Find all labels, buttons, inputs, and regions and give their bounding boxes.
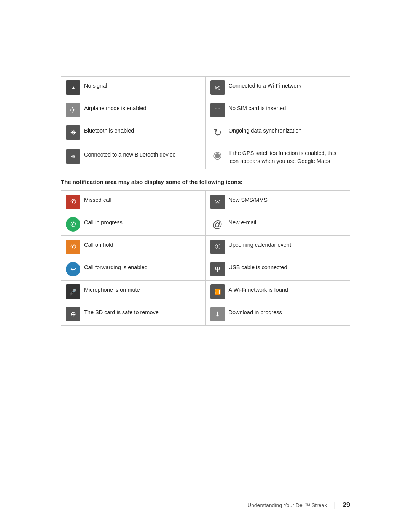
cell-inner: ✆Call on hold	[66, 240, 201, 254]
status-icon: Ψ	[210, 262, 225, 276]
cell-inner: ①Upcoming calendar event	[210, 240, 346, 254]
status-icons-table: ▲No signal((•))Connected to a Wi-Fi netw…	[61, 76, 350, 169]
status-icon: @	[210, 217, 225, 232]
status-icon: ✆	[66, 195, 80, 209]
table-row: ✆Call in progress@New e-mail	[61, 213, 350, 236]
status-icon: ((•))	[210, 80, 225, 95]
cell-inner: ✉New SMS/MMS	[210, 195, 346, 209]
table-row: ↩Call forwarding is enabledΨUSB cable is…	[61, 258, 350, 281]
cell-inner: ↩Call forwarding is enabled	[66, 262, 201, 276]
status-icon: ⬚	[210, 103, 225, 117]
table-row: ❋Bluetooth is enabled↻Ongoing data synch…	[61, 121, 350, 144]
cell-inner: ◉If the GPS satellites function is enabl…	[210, 148, 346, 165]
icon-label: Upcoming calendar event	[229, 240, 291, 249]
icon-label: Call on hold	[84, 240, 113, 249]
status-icon: ✆	[66, 217, 80, 232]
table-row: ✈Airplane mode is enabled⬚No SIM card is…	[61, 99, 350, 121]
table-row: ▲No signal((•))Connected to a Wi-Fi netw…	[61, 77, 350, 99]
status-icon: ❋	[66, 149, 80, 164]
icon-label: No signal	[84, 80, 107, 90]
icon-label: New e-mail	[229, 217, 256, 227]
icon-label: New SMS/MMS	[229, 195, 268, 204]
table-row: ⊕The SD card is safe to remove⬇Download …	[61, 303, 350, 326]
status-icon: ✆	[66, 240, 80, 254]
cell-inner: ⬚No SIM card is inserted	[210, 103, 346, 117]
status-icon: ◉	[210, 148, 225, 162]
icon-label: Download in progress	[229, 307, 282, 316]
status-icon: 🎤	[66, 284, 80, 299]
cell-inner: ✆Missed call	[66, 195, 201, 209]
table-row: ✆Missed call✉New SMS/MMS	[61, 191, 350, 213]
cell-inner: ✆Call in progress	[66, 217, 201, 232]
cell-inner: ⊕The SD card is safe to remove	[66, 307, 201, 321]
cell-inner: ↻Ongoing data synchronization	[210, 125, 346, 140]
cell-inner: @New e-mail	[210, 217, 346, 232]
page-number: 29	[342, 501, 350, 509]
notification-icons-table: ✆Missed call✉New SMS/MMS✆Call in progres…	[61, 190, 350, 326]
status-icon: ❋	[66, 125, 80, 140]
icon-label: Airplane mode is enabled	[84, 103, 147, 112]
icon-label: Missed call	[84, 195, 112, 204]
cell-inner: ⬇Download in progress	[210, 307, 346, 321]
cell-inner: 📶A Wi-Fi network is found	[210, 284, 346, 299]
icon-label: Connected to a new Bluetooth device	[84, 149, 175, 159]
cell-inner: 🎤Microphone is on mute	[66, 284, 201, 299]
status-icon: ⊕	[66, 307, 80, 321]
icon-label: Call forwarding is enabled	[84, 262, 148, 272]
status-icon: ↩	[66, 262, 80, 276]
status-icon: ▲	[66, 80, 80, 95]
status-icon: ✈	[66, 103, 80, 117]
footer-separator: |	[334, 501, 336, 509]
status-icon: ✉	[210, 195, 225, 209]
table-row: ❋Connected to a new Bluetooth device◉If …	[61, 144, 350, 169]
cell-inner: ✈Airplane mode is enabled	[66, 103, 201, 117]
cell-inner: ❋Bluetooth is enabled	[66, 125, 201, 140]
icon-label: USB cable is connected	[229, 262, 287, 272]
status-icon: 📶	[210, 284, 225, 299]
icon-label: A Wi-Fi network is found	[229, 284, 288, 294]
status-icon: ↻	[210, 125, 225, 140]
section-heading: The notification area may also display s…	[61, 179, 350, 185]
icon-label: Microphone is on mute	[84, 284, 140, 294]
icon-label: Call in progress	[84, 217, 123, 227]
table-row: 🎤Microphone is on mute📶A Wi-Fi network i…	[61, 281, 350, 303]
footer-label: Understanding Your Dell™ Streak	[247, 502, 327, 508]
icon-label: Connected to a Wi-Fi network	[229, 80, 301, 90]
cell-inner: ((•))Connected to a Wi-Fi network	[210, 80, 346, 95]
icon-label: Bluetooth is enabled	[84, 125, 134, 135]
icon-label: The SD card is safe to remove	[84, 307, 159, 316]
icon-label: Ongoing data synchronization	[229, 125, 302, 135]
cell-inner: ΨUSB cable is connected	[210, 262, 346, 276]
cell-inner: ❋Connected to a new Bluetooth device	[66, 149, 201, 164]
icon-label: No SIM card is inserted	[229, 103, 286, 112]
page-footer: Understanding Your Dell™ Streak | 29	[247, 501, 350, 509]
table-row: ✆Call on hold①Upcoming calendar event	[61, 236, 350, 258]
icon-label: If the GPS satellites function is enable…	[229, 148, 346, 165]
status-icon: ①	[210, 240, 225, 254]
cell-inner: ▲No signal	[66, 80, 201, 95]
status-icon: ⬇	[210, 307, 225, 321]
